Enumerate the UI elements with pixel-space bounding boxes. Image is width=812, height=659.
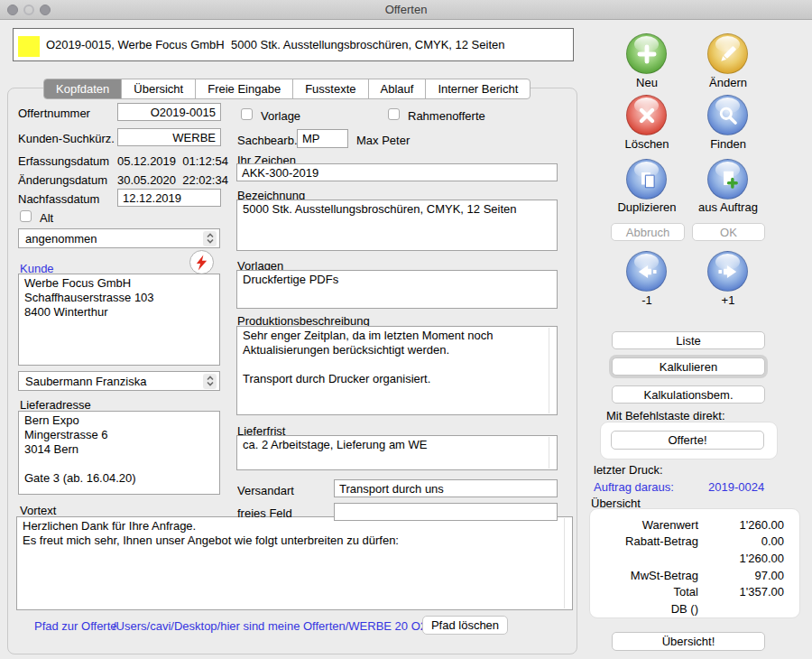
nachfassdatum-input[interactable] <box>117 189 221 207</box>
liste-button[interactable]: Liste <box>612 331 765 349</box>
arrow-left-icon <box>635 260 659 283</box>
search-icon <box>716 104 740 127</box>
lieferadresse-box[interactable]: Bern Expo Mingerstrasse 6 3014 Bern Gate… <box>18 411 220 495</box>
ansprechpartner-select[interactable]: Saubermann Franziska <box>18 371 220 391</box>
totals-row: MwSt-Betrag97.00 <box>599 567 790 584</box>
aenderungsdatum-value: 30.05.2020 22:02:34 <box>117 173 228 187</box>
kunden-suchkuerz-label: Kunden-Suchkürz. <box>18 132 115 145</box>
kalkulieren-button[interactable]: Kalkulieren <box>612 357 765 376</box>
uebersicht-button[interactable]: Übersicht! <box>612 632 765 651</box>
aus-auftrag-button[interactable] <box>707 159 748 200</box>
alt-checkbox-label: Alt <box>40 211 53 225</box>
flash-action-button[interactable] <box>189 250 214 274</box>
plus-icon <box>635 42 659 66</box>
aendern-button[interactable] <box>707 33 748 74</box>
offertnummer-label: Offertnummer <box>18 107 90 120</box>
lieferfrist-box[interactable]: ca. 2 Arbeitstage, Lieferung am WE <box>236 435 558 470</box>
erfassungsdatum-value: 05.12.2019 01:12:54 <box>117 154 228 168</box>
nachfassdatum-label: Nachfassdatum <box>18 192 99 206</box>
rahmenofferte-checkbox-label: Rahmenofferte <box>408 109 485 123</box>
duplicate-icon <box>635 168 659 191</box>
vorlagen-box[interactable]: Druckfertige PDFs <box>236 270 558 309</box>
freies-feld-input[interactable] <box>334 503 558 521</box>
abbruch-button[interactable]: Abbruch <box>611 223 685 241</box>
duplizieren-button-label: Duplizieren <box>606 200 687 214</box>
finden-button[interactable] <box>707 95 748 135</box>
totals-row: Rabatt-Betrag0.00 <box>599 534 790 551</box>
ihr-zeichen-input[interactable] <box>236 163 558 181</box>
vorlage-checkbox[interactable] <box>241 108 253 120</box>
kunden-suchkuerz-input[interactable] <box>117 128 221 146</box>
kunde-address-box[interactable]: Werbe Focus GmbH Schaffhauserstrasse 103… <box>18 274 220 366</box>
befehlstaste-hint-label: Mit Befehlstaste direkt: <box>606 409 725 422</box>
tab-freie-eingabe[interactable]: Freie Eingabe <box>195 79 292 98</box>
loeschen-button-label: Löschen <box>606 137 687 151</box>
offertnummer-input[interactable] <box>117 103 221 121</box>
vorlage-checkbox-label: Vorlage <box>261 109 300 123</box>
alt-checkbox[interactable] <box>20 210 32 222</box>
erfassungsdatum-label: Erfassungsdatum <box>18 154 109 168</box>
previous-record-button[interactable] <box>626 251 667 292</box>
tab-uebersicht[interactable]: Übersicht <box>121 79 195 98</box>
sachbearb-label: Sachbearb. <box>237 134 298 147</box>
versandart-input[interactable] <box>334 479 558 497</box>
pfad-loeschen-button[interactable]: Pfad löschen <box>422 616 508 635</box>
arrow-right-icon <box>716 260 740 283</box>
finden-button-label: Finden <box>687 137 769 151</box>
sachbearb-name: Max Peter <box>356 134 410 147</box>
offerte-button[interactable]: Offerte! <box>611 431 764 450</box>
previous-record-label: -1 <box>606 293 687 307</box>
next-record-label: +1 <box>687 293 769 307</box>
totals-panel: Warenwert1'260.00 Rabatt-Betrag0.00 1'26… <box>589 508 800 618</box>
produktionsbeschreibung-box[interactable]: Sehr enger Zeitplan, da im letzten Momen… <box>236 326 558 415</box>
freies-feld-label: freies Feld <box>237 506 292 520</box>
totals-row: 1'260.00 <box>599 550 790 567</box>
tab-ablauf[interactable]: Ablauf <box>368 79 426 98</box>
kalkulationsbem-button[interactable]: Kalkulationsbem. <box>612 385 765 404</box>
versandart-label: Versandart <box>237 484 294 497</box>
auftrag-nummer-link[interactable]: 2019-0024 <box>708 480 764 494</box>
titlebar: Offerten <box>0 0 812 20</box>
aenderungsdatum-label: Änderungsdatum <box>18 173 107 187</box>
lightning-icon <box>195 255 208 271</box>
pencil-icon <box>716 42 740 66</box>
offer-summary-box: O2019-0015, Werbe Focus GmbH 5000 Stk. A… <box>13 28 574 61</box>
vortext-label: Vortext <box>20 504 56 517</box>
x-icon <box>636 105 658 126</box>
tab-kopfdaten[interactable]: Kopfdaten <box>44 79 121 98</box>
aendern-button-label: Ändern <box>687 76 769 89</box>
sachbearb-input[interactable] <box>297 129 348 148</box>
lieferadresse-label: Lieferadresse <box>20 398 91 412</box>
loeschen-button[interactable] <box>626 95 667 135</box>
neu-button-label: Neu <box>606 76 687 89</box>
select-stepper-icon <box>203 231 217 246</box>
duplizieren-button[interactable] <box>626 159 667 200</box>
status-select[interactable]: angenommen <box>18 228 220 248</box>
rahmenofferte-checkbox[interactable] <box>388 108 400 120</box>
totals-row: Warenwert1'260.00 <box>599 516 790 534</box>
aus-auftrag-button-label: aus Auftrag <box>687 200 769 214</box>
totals-row: Total1'357.00 <box>599 583 790 600</box>
letzter-druck-label: letzter Druck: <box>594 463 663 477</box>
select-stepper-icon <box>203 374 217 389</box>
pfad-value-link[interactable]: /Users/cavi/Desktop/hier sind meine Offe… <box>113 619 427 633</box>
window-title: Offerten <box>0 0 812 19</box>
totals-row: DB () <box>599 600 790 617</box>
ok-button[interactable]: OK <box>692 223 765 241</box>
document-plus-icon <box>716 168 740 191</box>
tab-fusstexte[interactable]: Fusstexte <box>292 79 367 98</box>
vortext-box[interactable]: Herzlichen Dank für Ihre Anfrage. Es fre… <box>16 516 573 610</box>
tab-bar: Kopfdaten Übersicht Freie Eingabe Fusste… <box>43 79 531 99</box>
next-record-button[interactable] <box>707 251 748 292</box>
status-color-marker <box>18 36 40 57</box>
offer-summary-text: O2019-0015, Werbe Focus GmbH 5000 Stk. A… <box>46 29 504 60</box>
offerten-window: Offerten O2019-0015, Werbe Focus GmbH 50… <box>0 0 812 659</box>
neu-button[interactable] <box>626 33 667 74</box>
tab-interner-bericht[interactable]: Interner Bericht <box>425 79 530 98</box>
pfad-zur-offerte-link[interactable]: Pfad zur Offerte <box>34 619 117 633</box>
auftrag-daraus-link[interactable]: Auftrag daraus: <box>594 480 674 494</box>
bezeichnung-box[interactable]: 5000 Stk. Ausstellungsbroschüren, CMYK, … <box>236 200 558 251</box>
